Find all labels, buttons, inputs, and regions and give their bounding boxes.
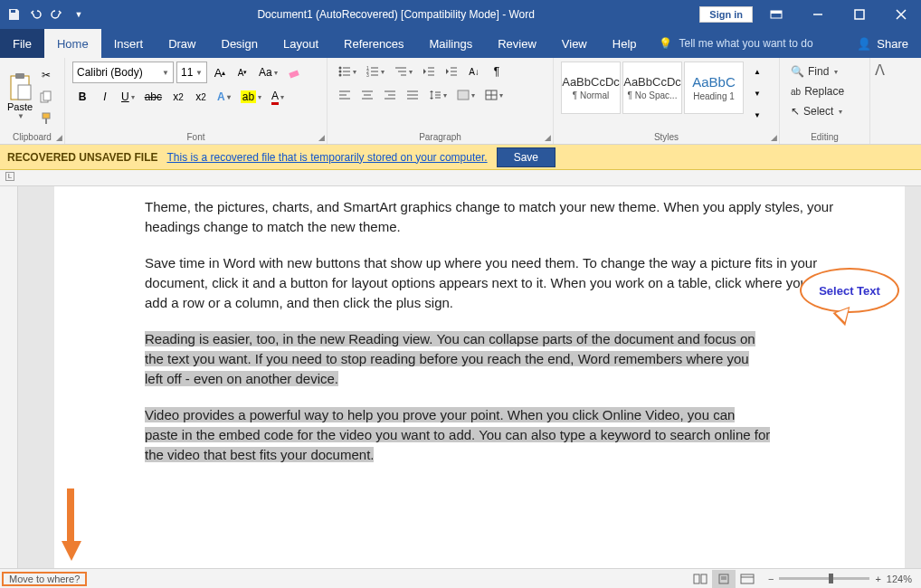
sign-in-button[interactable]: Sign in: [699, 6, 753, 23]
font-dialog-icon[interactable]: ◢: [318, 133, 325, 142]
styles-up-icon[interactable]: ▲: [747, 62, 767, 81]
tab-file[interactable]: File: [0, 29, 44, 58]
paragraph-3[interactable]: Reading is easier, too, in the new Readi…: [145, 329, 878, 389]
sort-icon[interactable]: A↓: [464, 62, 484, 81]
italic-button[interactable]: I: [95, 87, 115, 107]
subscript-button[interactable]: x2: [168, 87, 188, 107]
tab-design[interactable]: Design: [209, 29, 271, 58]
minimize-icon[interactable]: [800, 0, 836, 29]
group-styles: AaBbCcDc¶ Normal AaBbCcDc¶ No Spac... Aa…: [554, 58, 780, 144]
group-paragraph: ▾ 123▾ ▾ A↓ ¶ ▾ ▾ ▾ Paragraph ◢: [328, 58, 554, 144]
font-size-combo[interactable]: 11▼: [176, 62, 207, 83]
line-spacing-icon[interactable]: ▾: [425, 85, 451, 105]
paragraph-1[interactable]: Theme, the pictures, charts, and SmartAr…: [145, 197, 878, 237]
tell-me-search[interactable]: 💡 Tell me what you want to do: [650, 29, 822, 58]
align-right-icon[interactable]: [380, 85, 400, 105]
read-mode-icon[interactable]: [688, 570, 712, 588]
tab-insert[interactable]: Insert: [101, 29, 157, 58]
zoom-in-button[interactable]: +: [875, 574, 880, 584]
tab-references[interactable]: References: [331, 29, 416, 58]
strikethrough-button[interactable]: abc: [141, 87, 166, 107]
paragraph-4[interactable]: Video provides a powerful way to help yo…: [145, 405, 878, 465]
svg-rect-58: [741, 574, 754, 583]
cut-icon[interactable]: ✂: [36, 65, 56, 85]
multilevel-list-icon[interactable]: ▾: [391, 62, 416, 81]
justify-icon[interactable]: [403, 85, 423, 105]
maximize-icon[interactable]: [841, 0, 878, 29]
svg-rect-3: [855, 10, 864, 19]
tab-selector-icon[interactable]: L: [5, 172, 14, 181]
align-center-icon[interactable]: [357, 85, 377, 105]
tab-review[interactable]: Review: [485, 29, 549, 58]
recovery-link[interactable]: This is a recovered file that is tempora…: [166, 151, 487, 164]
select-icon: ↖: [791, 105, 800, 118]
clear-formatting-icon[interactable]: [284, 62, 304, 82]
svg-text:3: 3: [366, 72, 369, 77]
tab-home[interactable]: Home: [44, 29, 101, 58]
shading-icon[interactable]: ▾: [453, 85, 479, 105]
copy-icon[interactable]: [36, 87, 56, 107]
decrease-indent-icon[interactable]: [419, 62, 439, 81]
align-left-icon[interactable]: [335, 85, 355, 105]
print-layout-icon[interactable]: [712, 570, 736, 588]
page-scroll[interactable]: Theme, the pictures, charts, and SmartAr…: [18, 186, 921, 588]
vertical-ruler[interactable]: [0, 186, 18, 588]
recovery-save-button[interactable]: Save: [497, 147, 555, 167]
redo-icon[interactable]: [47, 5, 67, 24]
font-color-icon[interactable]: A▾: [268, 87, 288, 107]
clipboard-dialog-icon[interactable]: ◢: [56, 133, 62, 142]
zoom-slider[interactable]: [779, 577, 869, 580]
grow-font-icon[interactable]: A▴: [210, 62, 230, 82]
superscript-button[interactable]: x2: [191, 87, 211, 107]
replace-button[interactable]: abReplace: [787, 81, 862, 101]
select-button[interactable]: ↖Select▾: [787, 101, 862, 121]
font-name-combo[interactable]: Calibri (Body)▼: [72, 62, 174, 83]
save-icon[interactable]: [4, 5, 24, 24]
find-button[interactable]: 🔍Find▾: [787, 62, 862, 81]
svg-rect-1: [771, 11, 782, 14]
paragraph-2[interactable]: Save time in Word with new buttons that …: [145, 253, 878, 313]
highlight-icon[interactable]: ab▾: [237, 87, 265, 107]
zoom-control: − + 124%: [759, 574, 921, 584]
paste-button[interactable]: Paste ▼: [7, 62, 33, 130]
style-normal[interactable]: AaBbCcDc¶ Normal: [561, 62, 621, 114]
borders-icon[interactable]: ▾: [481, 85, 507, 105]
change-case-icon[interactable]: Aa▾: [255, 62, 281, 82]
styles-down-icon[interactable]: ▼: [747, 83, 767, 103]
close-icon[interactable]: [883, 0, 919, 29]
svg-rect-6: [18, 85, 31, 100]
qat-more-icon[interactable]: ▼: [69, 5, 89, 24]
ribbon-display-icon[interactable]: [758, 0, 794, 29]
tab-mailings[interactable]: Mailings: [417, 29, 486, 58]
zoom-level[interactable]: 124%: [887, 574, 912, 584]
bullets-icon[interactable]: ▾: [335, 62, 360, 81]
collapse-ribbon-icon[interactable]: ᐱ: [870, 58, 888, 144]
tab-help[interactable]: Help: [600, 29, 650, 58]
tab-draw[interactable]: Draw: [156, 29, 208, 58]
underline-button[interactable]: U▾: [118, 87, 138, 107]
style-no-spacing[interactable]: AaBbCcDc¶ No Spac...: [622, 62, 682, 114]
tab-view[interactable]: View: [549, 29, 600, 58]
show-marks-icon[interactable]: ¶: [487, 62, 507, 81]
tell-me-label: Tell me what you want to do: [679, 37, 813, 50]
horizontal-ruler[interactable]: L: [0, 170, 921, 186]
clipboard-icon: [7, 72, 33, 101]
styles-more-icon[interactable]: ▼: [747, 105, 767, 125]
find-icon: 🔍: [791, 65, 804, 78]
web-layout-icon[interactable]: [736, 570, 759, 588]
tab-layout[interactable]: Layout: [271, 29, 331, 58]
share-button[interactable]: 👤 Share: [844, 29, 921, 58]
bold-button[interactable]: B: [72, 87, 92, 107]
undo-icon[interactable]: [25, 5, 45, 24]
text-effects-icon[interactable]: A▾: [214, 87, 234, 107]
share-icon: 👤: [857, 37, 871, 51]
paragraph-dialog-icon[interactable]: ◢: [545, 133, 551, 142]
format-painter-icon[interactable]: [36, 109, 56, 128]
numbering-icon[interactable]: 123▾: [363, 62, 388, 81]
increase-indent-icon[interactable]: [442, 62, 461, 81]
zoom-out-button[interactable]: −: [768, 574, 774, 584]
document-page[interactable]: Theme, the pictures, charts, and SmartAr…: [54, 186, 905, 588]
style-heading1[interactable]: AaBbCHeading 1: [684, 62, 744, 114]
styles-dialog-icon[interactable]: ◢: [771, 133, 777, 142]
shrink-font-icon[interactable]: A▾: [233, 62, 252, 82]
